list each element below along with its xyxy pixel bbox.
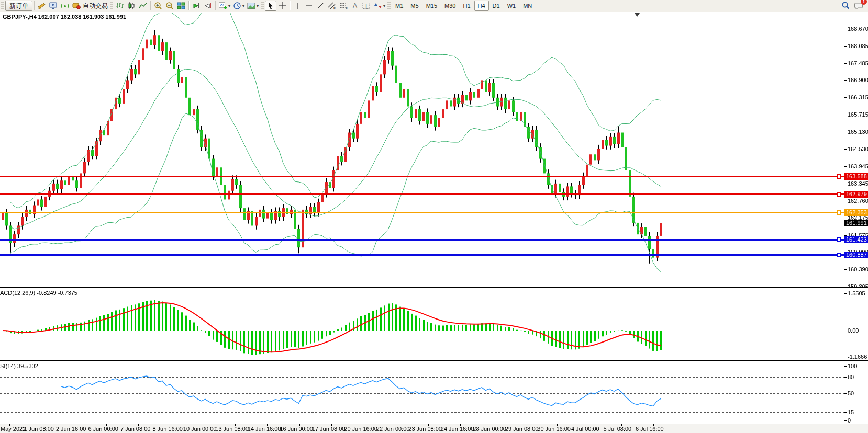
chevron-down-icon[interactable]: ▾ <box>257 4 259 8</box>
signals-button[interactable] <box>59 1 71 11</box>
trendline-tool[interactable] <box>315 1 326 11</box>
line-chart-button[interactable] <box>137 1 149 11</box>
separator <box>188 1 189 10</box>
price-line[interactable] <box>0 193 844 195</box>
timeframe-button-m30[interactable]: M30 <box>441 1 459 11</box>
rsi-axis-label: 50 <box>848 390 854 396</box>
chart-shift-marker-icon[interactable] <box>635 13 640 17</box>
news-horn-button[interactable] <box>36 1 48 11</box>
panel-splitter[interactable] <box>0 360 868 362</box>
price-axis-label: 168.670 <box>848 26 868 32</box>
periods-button[interactable]: ▾ <box>231 1 246 11</box>
price-axis-label: 162.760 <box>848 198 868 204</box>
bar-chart-icon <box>115 2 125 10</box>
toolbar-grip[interactable] <box>261 2 264 10</box>
timeframe-button-m1[interactable]: M1 <box>392 1 407 11</box>
text-icon: A <box>351 2 359 10</box>
chart-surface[interactable] <box>0 0 868 433</box>
time-axis-label: May 2022 <box>1 426 26 432</box>
price-axis-label: 166.315 <box>848 94 868 100</box>
signal-icon <box>60 2 70 10</box>
rsi-axis-label: 100 <box>848 363 857 369</box>
text-label-icon: T <box>362 2 371 10</box>
tile-windows-button[interactable] <box>175 1 187 11</box>
zoom-in-icon <box>153 2 163 10</box>
price-line-anchor <box>837 253 841 257</box>
indicators-button[interactable]: ▾ <box>217 1 231 11</box>
channel-tool[interactable]: E <box>326 1 338 11</box>
svg-text:E: E <box>333 7 336 10</box>
vertical-line-icon <box>294 2 301 10</box>
timeframe-button-m5[interactable]: M5 <box>407 1 422 11</box>
template-icon <box>247 2 256 10</box>
price-line[interactable] <box>0 254 844 256</box>
time-axis-label: 14 Jun 16:00 <box>248 426 281 432</box>
price-line-badge: 163.588 <box>844 173 868 180</box>
terminal-icon <box>49 2 58 10</box>
timeframe-button-m15[interactable]: M15 <box>422 1 441 11</box>
toolbar-grip[interactable] <box>110 2 113 10</box>
autotrading-icon <box>72 2 81 10</box>
cursor-tool-button[interactable] <box>265 1 276 11</box>
toolbar-grip[interactable] <box>1 2 4 10</box>
autotrading-button[interactable]: 自动交易 <box>71 1 109 11</box>
timeframe-button-w1[interactable]: W1 <box>504 1 520 11</box>
time-axis-label: 28 Jun 00:00 <box>473 426 506 432</box>
fibonacci-tool[interactable]: F <box>338 1 349 11</box>
search-icon <box>841 1 850 10</box>
price-line[interactable] <box>0 176 844 177</box>
new-order-button[interactable]: 新订单 <box>5 1 32 11</box>
chevron-down-icon[interactable]: ▾ <box>383 4 385 8</box>
templates-button[interactable]: ▾ <box>246 1 260 11</box>
price-axis-label: 168.085 <box>848 43 868 49</box>
zoom-out-button[interactable] <box>164 1 175 11</box>
search-button[interactable] <box>840 1 851 11</box>
candlestick-chart-button[interactable] <box>126 1 137 11</box>
time-axis-label: 13 Jun 08:00 <box>215 426 249 432</box>
time-axis-label: 24 Jun 16:00 <box>441 426 474 432</box>
svg-text:F: F <box>346 7 348 10</box>
text-tool[interactable]: A <box>349 1 361 11</box>
svg-text:T: T <box>365 3 368 9</box>
price-line[interactable] <box>0 212 844 213</box>
time-axis-label: 6 Jun 00:00 <box>88 426 118 432</box>
price-axis-label: 165.715 <box>848 111 868 118</box>
auto-scroll-button[interactable] <box>191 1 202 11</box>
timeframe-button-h4[interactable]: H4 <box>474 1 489 11</box>
bar-chart-button[interactable] <box>114 1 126 11</box>
vertical-line-tool[interactable] <box>292 1 303 11</box>
chevron-down-icon[interactable]: ▾ <box>228 4 230 8</box>
toolbar-grip[interactable] <box>387 2 391 10</box>
panel-splitter[interactable] <box>0 287 868 289</box>
zoom-in-button[interactable] <box>152 1 164 11</box>
notification-badge: 1 <box>861 0 867 5</box>
price-line-badge: 160.887 <box>844 252 868 258</box>
timeframe-button-d1[interactable]: D1 <box>489 1 504 11</box>
separator <box>290 1 290 10</box>
price-axis-label: 160.390 <box>848 266 868 272</box>
notifications-button[interactable]: 1 <box>853 1 865 11</box>
separator <box>215 1 216 10</box>
toolbar: 新订单 自动交易 <box>0 0 868 12</box>
cursor-icon <box>266 2 275 10</box>
text-label-tool[interactable]: T <box>361 1 372 11</box>
timeframe-button-h1[interactable]: H1 <box>459 1 474 11</box>
time-axis-label: 1 Jun 08:00 <box>24 426 54 432</box>
fibonacci-icon: F <box>339 2 348 10</box>
terminal-button[interactable] <box>48 1 59 11</box>
rsi-indicator-label: SI(14) 39.5302 <box>0 363 38 369</box>
time-axis-label: 6 Jul 16:00 <box>636 426 664 432</box>
crosshair-icon <box>278 2 286 10</box>
horizontal-line-tool[interactable] <box>303 1 315 11</box>
timeframe-button-mn[interactable]: MN <box>519 1 536 11</box>
price-line[interactable] <box>0 239 844 241</box>
macd-axis-label: 0.00 <box>848 327 859 334</box>
chart-shift-button[interactable] <box>202 1 214 11</box>
arrows-tool[interactable]: ▾ <box>372 1 386 11</box>
crosshair-tool-button[interactable] <box>276 1 288 11</box>
price-line-badge: 162.353 <box>844 209 868 216</box>
time-axis-label: 23 Jun 08:00 <box>408 426 442 432</box>
current-price-line <box>0 223 844 223</box>
time-axis-label: 30 Jun 16:00 <box>537 426 571 432</box>
chevron-down-icon[interactable]: ▾ <box>242 4 244 8</box>
